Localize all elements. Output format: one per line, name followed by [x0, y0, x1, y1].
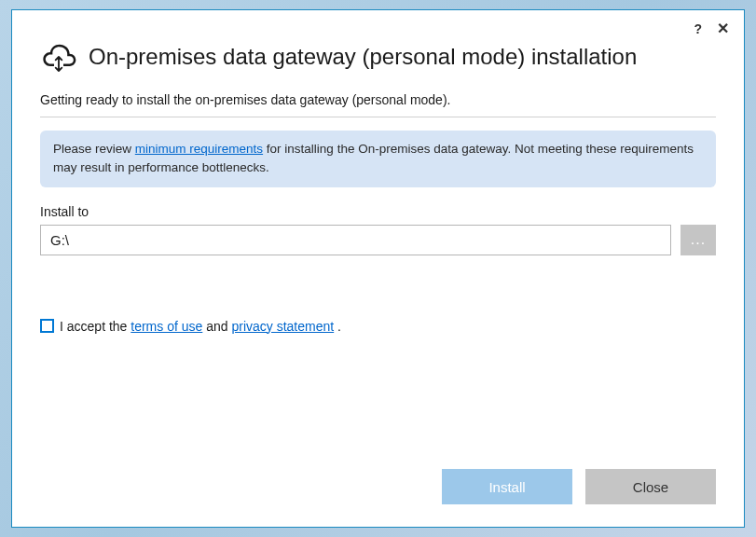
subtitle-text: Getting ready to install the on-premises…	[40, 92, 716, 117]
close-icon[interactable]: ✕	[713, 20, 733, 37]
terms-of-use-link[interactable]: terms of use	[131, 319, 202, 334]
privacy-statement-link[interactable]: privacy statement	[231, 319, 334, 334]
install-to-label: Install to	[40, 204, 716, 219]
accept-prefix: I accept the	[60, 319, 131, 334]
cloud-upload-icon	[40, 40, 77, 74]
minimum-requirements-link[interactable]: minimum requirements	[135, 142, 263, 156]
accept-connector: and	[202, 319, 231, 334]
help-icon[interactable]: ?	[690, 21, 706, 36]
info-prefix: Please review	[53, 142, 135, 156]
accept-suffix: .	[334, 319, 341, 334]
titlebar-controls: ? ✕	[690, 20, 733, 37]
requirements-info-box: Please review minimum requirements for i…	[40, 131, 716, 187]
accept-text: I accept the terms of use and privacy st…	[60, 319, 341, 334]
dialog-header: On-premises data gateway (personal mode)…	[12, 10, 744, 92]
browse-button[interactable]: ...	[680, 225, 716, 255]
install-path-row: ...	[40, 225, 716, 255]
close-button[interactable]: Close	[585, 469, 716, 504]
install-path-input[interactable]	[40, 225, 671, 255]
accept-terms-row: I accept the terms of use and privacy st…	[40, 319, 716, 334]
dialog-footer: Install Close	[442, 469, 716, 504]
accept-checkbox[interactable]	[40, 319, 54, 333]
installer-dialog: ? ✕ On-premises data gateway (personal m…	[11, 9, 745, 528]
dialog-content: Getting ready to install the on-premises…	[12, 92, 744, 334]
dialog-title: On-premises data gateway (personal mode)…	[89, 44, 637, 70]
install-button[interactable]: Install	[442, 469, 572, 504]
